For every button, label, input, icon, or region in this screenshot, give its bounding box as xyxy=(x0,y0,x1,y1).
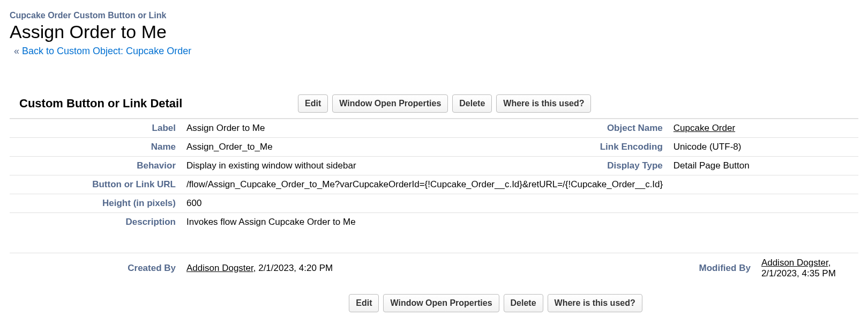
edit-button-bottom[interactable]: Edit xyxy=(349,294,379,312)
label-field-label: Label xyxy=(10,119,181,138)
row-name: Name Assign_Order_to_Me Link Encoding Un… xyxy=(10,138,858,157)
audit-table: Created By Addison Dogster, 2/1/2023, 4:… xyxy=(10,253,858,283)
link-encoding-value: Unicode (UTF-8) xyxy=(668,138,858,157)
where-used-button[interactable]: Where is this used? xyxy=(496,94,591,113)
display-type-value: Detail Page Button xyxy=(668,157,858,175)
back-link[interactable]: Back to Custom Object: Cupcake Order xyxy=(22,46,191,56)
created-by-user-link[interactable]: Addison Dogster xyxy=(186,263,253,273)
name-field-value: Assign_Order_to_Me xyxy=(181,138,577,157)
object-name-link[interactable]: Cupcake Order xyxy=(674,123,735,133)
back-link-row: « Back to Custom Object: Cupcake Order xyxy=(14,46,858,57)
top-button-bar: Edit Window Open Properties Delete Where… xyxy=(298,94,591,113)
row-label: Label Assign Order to Me Object Name Cup… xyxy=(10,119,858,138)
height-value: 600 xyxy=(181,194,858,213)
created-by-date: , 2/1/2023, 4:20 PM xyxy=(253,263,333,273)
section-title: Custom Button or Link Detail xyxy=(19,97,298,111)
header-context: Cupcake Order Custom Button or Link xyxy=(10,11,858,20)
name-field-label: Name xyxy=(10,138,181,157)
created-by-value: Addison Dogster, 2/1/2023, 4:20 PM xyxy=(181,253,665,284)
behavior-label: Behavior xyxy=(10,157,181,175)
delete-button[interactable]: Delete xyxy=(452,94,492,113)
display-type-label: Display Type xyxy=(577,157,668,175)
row-behavior: Behavior Display in existing window with… xyxy=(10,157,858,175)
edit-button[interactable]: Edit xyxy=(298,94,328,113)
url-label: Button or Link URL xyxy=(10,175,181,194)
where-used-button-bottom[interactable]: Where is this used? xyxy=(548,294,642,312)
detail-table: Label Assign Order to Me Object Name Cup… xyxy=(10,118,858,231)
window-open-properties-button-bottom[interactable]: Window Open Properties xyxy=(383,294,499,312)
window-open-properties-button[interactable]: Window Open Properties xyxy=(332,94,448,113)
row-url: Button or Link URL /flow/Assign_Cupcake_… xyxy=(10,175,858,194)
created-by-label: Created By xyxy=(10,253,181,284)
back-chevron-icon: « xyxy=(14,46,19,56)
audit-row: Created By Addison Dogster, 2/1/2023, 4:… xyxy=(10,253,858,284)
object-name-label: Object Name xyxy=(577,119,668,138)
label-field-value: Assign Order to Me xyxy=(181,119,577,138)
modified-by-label: Modified By xyxy=(665,253,756,284)
description-value: Invokes flow Assign Cupcake Order to Me xyxy=(181,213,858,232)
modified-by-value: Addison Dogster, 2/1/2023, 4:35 PM xyxy=(756,253,858,284)
object-name-value: Cupcake Order xyxy=(668,119,858,138)
description-label: Description xyxy=(10,213,181,232)
behavior-value: Display in existing window without sideb… xyxy=(181,157,577,175)
modified-by-user-link[interactable]: Addison Dogster xyxy=(761,258,828,268)
audit-section: Created By Addison Dogster, 2/1/2023, 4:… xyxy=(10,253,858,283)
height-label: Height (in pixels) xyxy=(10,194,181,213)
row-height: Height (in pixels) 600 xyxy=(10,194,858,213)
link-encoding-label: Link Encoding xyxy=(577,138,668,157)
page-title: Assign Order to Me xyxy=(10,21,858,42)
section-header-row: Custom Button or Link Detail Edit Window… xyxy=(10,94,858,118)
row-description: Description Invokes flow Assign Cupcake … xyxy=(10,213,858,232)
url-value: /flow/Assign_Cupcake_Order_to_Me?varCupc… xyxy=(181,175,858,194)
delete-button-bottom[interactable]: Delete xyxy=(504,294,543,312)
bottom-button-bar: Edit Window Open Properties Delete Where… xyxy=(10,294,858,312)
